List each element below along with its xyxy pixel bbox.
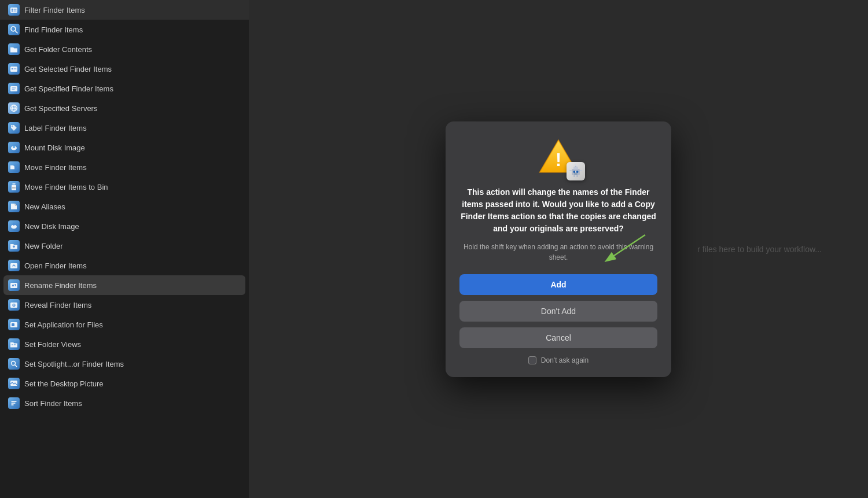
sidebar-item-find-finder-items[interactable]: Find Finder Items bbox=[0, 20, 249, 39]
finder-icon bbox=[8, 299, 20, 311]
finder-icon bbox=[8, 122, 20, 134]
sidebar-list: Filter Finder Items Find Finder Items Ge… bbox=[0, 0, 249, 413]
svg-rect-10 bbox=[10, 86, 17, 91]
sidebar-item-move-finder-items-to-bin[interactable]: Move Finder Items to Bin bbox=[0, 177, 249, 197]
cancel-button[interactable]: Cancel bbox=[459, 327, 657, 348]
dialog-subtitle: Hold the shift key when adding an action… bbox=[459, 242, 657, 263]
sidebar-item-set-spotlight-finder-items[interactable]: Set Spotlight...or Finder Items bbox=[0, 354, 249, 374]
sidebar-item-label-finder-items[interactable]: Label Finder Items bbox=[0, 118, 249, 138]
finder-icon bbox=[8, 358, 20, 370]
sidebar-item-set-desktop-picture[interactable]: Set the Desktop Picture bbox=[0, 374, 249, 393]
finder-icon bbox=[8, 240, 20, 252]
svg-point-3 bbox=[12, 10, 13, 12]
sidebar-item-get-selected-finder-items[interactable]: Get Selected Finder Items bbox=[0, 59, 249, 79]
finder-icon bbox=[8, 220, 20, 232]
svg-point-61 bbox=[575, 171, 576, 172]
svg-point-52 bbox=[573, 171, 576, 173]
finder-icon bbox=[8, 378, 20, 389]
finder-icon bbox=[8, 63, 20, 75]
sidebar-item-set-folder-views[interactable]: Set Folder Views bbox=[0, 334, 249, 354]
globe-icon bbox=[8, 102, 20, 114]
dialog-title: This action will change the names of the… bbox=[459, 186, 657, 235]
dialog: ! bbox=[446, 121, 671, 377]
sidebar-item-get-specified-servers[interactable]: Get Specified Servers bbox=[0, 98, 249, 118]
sidebar-item-filter-finder-items[interactable]: Filter Finder Items bbox=[0, 0, 249, 20]
svg-rect-57 bbox=[569, 170, 572, 171]
svg-point-56 bbox=[575, 164, 577, 166]
automator-badge-icon bbox=[567, 162, 585, 180]
svg-rect-54 bbox=[574, 174, 578, 175]
dont-ask-row: Don't ask again bbox=[528, 356, 589, 364]
finder-icon bbox=[8, 201, 20, 212]
sidebar-item-sort-finder-items[interactable]: Sort Finder Items bbox=[0, 393, 249, 413]
svg-rect-38 bbox=[12, 323, 14, 326]
svg-rect-58 bbox=[580, 170, 582, 171]
finder-icon bbox=[8, 161, 20, 173]
svg-rect-0 bbox=[10, 8, 17, 13]
svg-rect-60 bbox=[576, 175, 578, 177]
svg-line-42 bbox=[15, 365, 17, 367]
svg-point-36 bbox=[13, 305, 14, 305]
finder-icon bbox=[8, 43, 20, 55]
svg-text:!: ! bbox=[556, 150, 561, 169]
svg-point-53 bbox=[576, 171, 579, 173]
sidebar-item-get-specified-finder-items[interactable]: Get Specified Finder Items bbox=[0, 79, 249, 98]
sidebar-item-move-finder-items[interactable]: Move Finder Items bbox=[0, 157, 249, 177]
sidebar-item-new-disk-image[interactable]: New Disk Image bbox=[0, 216, 249, 236]
sidebar-item-set-application-for-files[interactable]: Set Application for Files bbox=[0, 315, 249, 334]
svg-point-16 bbox=[12, 126, 13, 127]
dont-ask-checkbox[interactable] bbox=[528, 356, 536, 364]
svg-rect-29 bbox=[10, 263, 17, 268]
svg-rect-30 bbox=[10, 283, 17, 288]
svg-point-8 bbox=[12, 68, 13, 69]
svg-rect-59 bbox=[573, 175, 575, 177]
finder-icon bbox=[8, 4, 20, 16]
svg-rect-51 bbox=[573, 167, 578, 169]
sidebar-item-rename-finder-items[interactable]: Rename Finder Items bbox=[3, 275, 245, 295]
finder-icon bbox=[8, 83, 20, 94]
finder-icon bbox=[8, 24, 20, 35]
svg-rect-18 bbox=[13, 146, 15, 148]
dont-add-button[interactable]: Don't Add bbox=[459, 301, 657, 322]
sidebar: Filter Finder Items Find Finder Items Ge… bbox=[0, 0, 249, 498]
finder-icon bbox=[8, 319, 20, 330]
svg-point-1 bbox=[12, 9, 13, 10]
sidebar-item-open-finder-items[interactable]: Open Finder Items bbox=[0, 256, 249, 275]
finder-icon bbox=[8, 142, 20, 153]
modal-overlay: ! bbox=[249, 0, 868, 498]
sidebar-item-new-folder[interactable]: New Folder bbox=[0, 236, 249, 256]
sidebar-item-reveal-finder-items[interactable]: Reveal Finder Items bbox=[0, 295, 249, 315]
dont-ask-label: Don't ask again bbox=[541, 356, 589, 364]
finder-icon bbox=[8, 279, 20, 291]
sidebar-item-new-aliases[interactable]: New Aliases bbox=[0, 197, 249, 216]
finder-icon bbox=[8, 338, 20, 350]
finder-icon bbox=[8, 181, 20, 193]
sidebar-item-mount-disk-image[interactable]: Mount Disk Image bbox=[0, 138, 249, 157]
sidebar-item-get-folder-contents[interactable]: Get Folder Contents bbox=[0, 39, 249, 59]
dialog-icon-wrapper: ! bbox=[538, 138, 579, 177]
svg-line-6 bbox=[15, 31, 17, 33]
add-button[interactable]: Add bbox=[459, 274, 657, 295]
finder-icon bbox=[8, 397, 20, 409]
finder-icon bbox=[8, 260, 20, 271]
